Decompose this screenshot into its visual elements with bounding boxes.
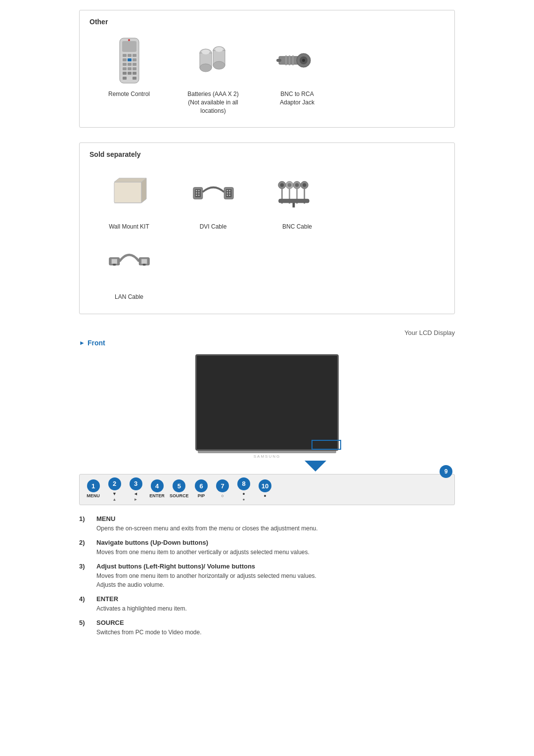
bnc-adapter-label: BNC to RCAAdaptor Jack (280, 90, 314, 107)
btn-1-label: MENU (87, 493, 100, 498)
wall-mount-label: Wall Mount KIT (109, 223, 149, 231)
dvi-cable-label: DVI Cable (200, 223, 227, 231)
btn-8-sublabel: ● (243, 497, 245, 502)
sold-separately-section: Sold separately Wall Mount KIT (79, 142, 455, 314)
other-section: Other (79, 10, 455, 128)
instruction-1: 1) MENU Opens the on-screen menu and exi… (79, 515, 455, 533)
sold-separately-title: Sold separately (89, 150, 445, 158)
instr-3-title: Adjust buttons (Left-Right buttons)/ Vol… (96, 563, 455, 570)
button-indicator-box (312, 440, 341, 450)
button-5-source: 5 SOURCE (170, 479, 189, 499)
button-6-pip: 6 PIP (193, 479, 210, 499)
svg-point-54 (229, 192, 230, 194)
btn-5-label: SOURCE (170, 493, 189, 498)
button-1-menu: 1 MENU (85, 479, 102, 499)
chevron-right-icon: ► (79, 339, 85, 346)
svg-point-56 (229, 194, 230, 196)
remote-control-item: Remote Control (89, 36, 169, 98)
instr-5-desc: Switches from PC mode to Video mode. (96, 628, 455, 637)
btn-3-sublabel: ► (134, 497, 138, 502)
monitor-wrapper: SAMSUNG (195, 354, 339, 459)
bnc-adapter-icon (276, 46, 318, 75)
lan-cable-icon (108, 245, 150, 282)
svg-rect-15 (123, 72, 127, 75)
btn-2-sublabel: ▲ (113, 497, 117, 502)
instruction-2: 2) Navigate buttons (Up-Down buttons) Mo… (79, 539, 455, 557)
btn-4-circle: 4 (151, 479, 164, 492)
down-arrow (305, 461, 326, 472)
btn-3-label: ◄ (134, 491, 138, 496)
lan-cable-label: LAN Cable (115, 293, 143, 301)
instr-2-num: 2) (79, 539, 91, 557)
btn-10-circle: 10 (259, 479, 271, 492)
instruction-5: 5) SOURCE Switches from PC mode to Video… (79, 619, 455, 637)
svg-point-48 (198, 194, 199, 196)
svg-rect-34 (292, 55, 294, 65)
btn-6-circle: 6 (195, 479, 208, 492)
svg-point-23 (202, 49, 210, 54)
svg-rect-36 (114, 182, 141, 203)
svg-rect-33 (289, 55, 290, 65)
svg-rect-74 (141, 259, 147, 263)
monitor-diagram: SAMSUNG 9 1 MENU (79, 354, 455, 508)
btn-7-label: ○ (221, 493, 223, 498)
bnc-adapter-item: BNC to RCAAdaptor Jack (258, 36, 337, 107)
instr-2-title: Navigate buttons (Up-Down buttons) (96, 539, 455, 546)
monitor-logo: SAMSUNG (254, 454, 280, 459)
button-8-leds: 8 ● ● (235, 477, 253, 502)
btn-6-label: PIP (198, 493, 205, 498)
instr-4-num: 4) (79, 595, 91, 613)
button-7-power: 7 ○ (214, 479, 231, 499)
svg-rect-11 (133, 63, 136, 66)
svg-point-61 (287, 183, 291, 187)
svg-point-31 (302, 59, 305, 62)
btn-2-circle: 2 (108, 477, 121, 490)
batteries-icon (193, 46, 233, 75)
instr-1-num: 1) (79, 515, 91, 533)
arrow-container (195, 460, 339, 472)
instr-2-content: Navigate buttons (Up-Down buttons) Moves… (96, 539, 455, 557)
lcd-display-section: Your LCD Display ► Front SAMSUNG 9 (79, 329, 455, 637)
wall-mount-item: Wall Mount KIT (89, 168, 169, 231)
sold-separately-items-row: Wall Mount KIT (89, 168, 445, 231)
other-items-row: Remote Control Batteries (A (89, 36, 445, 115)
svg-rect-19 (133, 77, 136, 80)
button-2-nav: 2 ▼ ▲ (106, 477, 123, 502)
page-label: Your LCD Display (79, 329, 455, 336)
lan-cable-item: LAN Cable (89, 238, 169, 301)
bnc-cable-label: BNC Cable (282, 223, 312, 231)
svg-rect-75 (113, 264, 116, 266)
svg-rect-8 (133, 58, 136, 61)
svg-rect-3 (123, 54, 127, 57)
instruction-3: 3) Adjust buttons (Left-Right buttons)/ … (79, 563, 455, 589)
monitor-chin (198, 451, 336, 453)
svg-point-52 (229, 190, 230, 191)
button-10: 10 ● (257, 479, 274, 499)
front-label: ► Front (79, 339, 455, 347)
svg-point-51 (226, 190, 228, 191)
svg-point-43 (196, 190, 197, 191)
svg-rect-6 (123, 58, 127, 61)
svg-point-26 (213, 61, 225, 69)
instr-2-desc: Moves from one menu item to another vert… (96, 548, 455, 557)
wall-mount-icon (109, 177, 149, 209)
instr-1-desc: Opens the on-screen menu and exits from … (96, 524, 455, 533)
svg-point-55 (226, 194, 228, 196)
btn-3-circle: 3 (130, 477, 142, 490)
btn-10-label: ● (264, 493, 266, 498)
bnc-cable-icon (276, 177, 318, 209)
btn-8-label: ● (242, 491, 245, 496)
monitor-bottom: SAMSUNG (195, 451, 339, 459)
instr-5-content: SOURCE Switches from PC mode to Video mo… (96, 619, 455, 637)
btn-5-circle: 5 (173, 479, 185, 492)
svg-marker-37 (114, 178, 146, 182)
sold-separately-row2: LAN Cable (89, 238, 445, 301)
instr-3-desc: Moves from one menu item to another hori… (96, 571, 455, 589)
svg-point-44 (198, 190, 199, 191)
bnc-cable-image (270, 168, 324, 218)
svg-point-46 (198, 192, 199, 194)
svg-rect-35 (276, 59, 281, 62)
svg-rect-72 (111, 259, 117, 263)
bnc-adapter-image (270, 36, 324, 85)
instr-4-content: ENTER Activates a highlighted menu item. (96, 595, 455, 613)
